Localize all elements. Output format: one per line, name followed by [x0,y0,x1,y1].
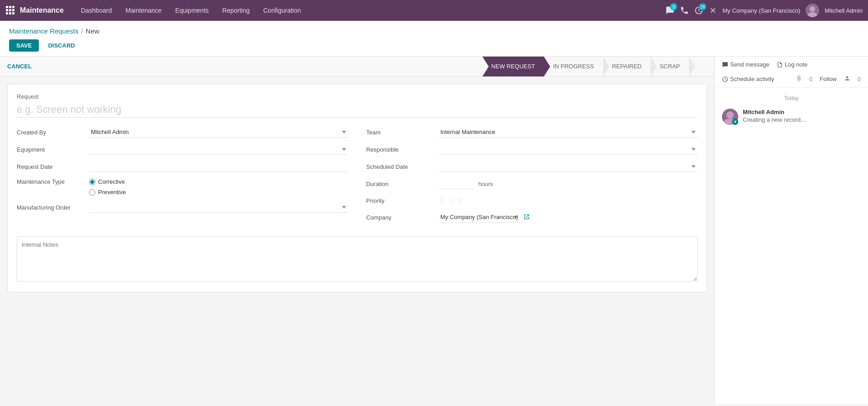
send-message-button[interactable]: Send message [722,61,769,68]
equipment-label: Equipment [17,146,89,153]
user-avatar[interactable] [806,4,819,17]
svg-point-10 [807,12,817,17]
message-content: Mitchell Admin Creating a new record... [743,109,861,125]
notes-area [17,236,698,283]
company-group: Company My Company (San Francisco) [366,212,698,223]
status-bar: CANCEL NEW REQUEST IN PROGRESS REPAIRED … [0,57,714,76]
duration-group: Duration 00:00 hours [366,178,698,189]
team-label: Team [366,129,439,136]
svg-rect-1 [9,6,11,8]
company-select[interactable]: My Company (San Francisco) [439,212,520,223]
app-title: Maintenance [20,6,64,14]
priority-group: Priority ☆ ☆ ☆ [366,196,698,205]
svg-rect-7 [9,12,11,14]
created-by-group: Created By Mitchell Admin [17,127,348,138]
svg-point-11 [726,111,734,119]
scheduled-date-select[interactable] [439,161,698,172]
chatter-body: Today Mitchell Admin Creating a new reco… [715,88,868,404]
request-date-group: Request Date 12/20/2021 [17,161,348,172]
hours-label: hours [478,181,493,187]
external-link-icon[interactable] [524,214,530,221]
duration-field: 00:00 hours [439,178,493,189]
save-button[interactable]: SAVE [9,39,39,52]
follower-count: 0 [858,76,861,82]
svg-rect-6 [6,12,8,14]
created-by-label: Created By [17,129,89,136]
chatter-actions: Send message Log note Schedule activity … [715,57,868,88]
messages-badge[interactable]: 9 [665,6,675,15]
internal-notes-textarea[interactable] [17,236,698,282]
maintenance-type-group: Maintenance Type Corrective Preventive [17,178,348,196]
priority-label: Priority [366,197,439,204]
message-text: Creating a new record... [743,116,861,123]
created-by-select[interactable]: Mitchell Admin [89,127,348,138]
grid-icon[interactable] [5,5,14,16]
responsible-group: Responsible [366,144,698,155]
breadcrumb: Maintenance Requests / New [9,27,859,35]
schedule-activity-button[interactable]: Schedule activity [722,76,774,82]
step-repaired[interactable]: REPAIRED [603,57,651,76]
manufacturing-order-select[interactable] [89,202,348,213]
top-nav: Maintenance Dashboard Maintenance Equipm… [0,0,868,21]
message-type-icon [732,119,738,125]
clock-count: 26 [699,3,706,10]
priority-stars: ☆ ☆ ☆ [439,196,464,205]
corrective-label: Corrective [98,178,125,185]
company-label: Company [366,214,439,221]
svg-rect-0 [6,6,8,8]
form-card: Request Created By Mitchell Admin Equipm… [7,84,707,292]
request-date-input[interactable]: 12/20/2021 [89,161,348,172]
breadcrumb-current: New [86,27,99,35]
maintenance-type-options: Corrective Preventive [89,178,126,196]
priority-star-1[interactable]: ☆ [439,196,446,205]
form-left: Created By Mitchell Admin Equipment [17,127,348,229]
nav-reporting[interactable]: Reporting [216,4,256,17]
chatter-message: Mitchell Admin Creating a new record... [722,109,861,125]
manufacturing-order-label: Manufacturing Order [17,204,89,211]
nav-right: 9 26 My Company (San Francisco) Mitchell… [665,4,863,17]
phone-icon[interactable] [680,6,689,15]
duration-input[interactable]: 00:00 [439,178,475,189]
nav-equipments[interactable]: Equipments [169,4,215,17]
nav-maintenance[interactable]: Maintenance [119,4,168,17]
status-steps: NEW REQUEST IN PROGRESS REPAIRED SCRAP [482,57,707,76]
date-divider: Today [722,95,861,101]
team-select[interactable]: Internal Maintenance [439,127,698,138]
discard-button[interactable]: DISCARD [42,39,80,52]
equipment-group: Equipment [17,144,348,155]
nav-configuration[interactable]: Configuration [257,4,307,17]
nav-dashboard[interactable]: Dashboard [75,4,118,17]
manufacturing-order-group: Manufacturing Order [17,202,348,213]
svg-rect-3 [6,9,8,11]
svg-rect-8 [12,12,14,14]
preventive-label: Preventive [98,189,126,196]
form-area: CANCEL NEW REQUEST IN PROGRESS REPAIRED … [0,57,714,404]
step-in-progress[interactable]: IN PROGRESS [544,57,603,76]
preventive-option[interactable]: Preventive [89,189,126,196]
cancel-button[interactable]: CANCEL [7,63,32,70]
attachment-icon[interactable] [796,75,802,83]
page-header: Maintenance Requests / New SAVE DISCARD [0,21,868,57]
preventive-radio[interactable] [89,189,95,196]
responsible-select[interactable] [439,144,698,155]
priority-star-2[interactable]: ☆ [448,196,455,205]
priority-star-3[interactable]: ☆ [457,196,464,205]
team-group: Team Internal Maintenance [366,127,698,138]
svg-rect-2 [12,6,14,8]
breadcrumb-link[interactable]: Maintenance Requests [9,27,78,35]
svg-rect-4 [9,9,11,11]
close-icon[interactable] [709,6,717,14]
corrective-option[interactable]: Corrective [89,178,126,185]
equipment-select[interactable] [89,144,348,155]
request-label: Request [17,93,698,100]
corrective-radio[interactable] [89,179,95,185]
scheduled-date-label: Scheduled Date [366,163,439,170]
clock-badge[interactable]: 26 [694,6,703,15]
attachment-count: 0 [809,76,812,82]
request-input[interactable] [17,102,698,118]
page-actions: SAVE DISCARD [9,39,859,56]
step-new-request[interactable]: NEW REQUEST [482,57,544,76]
responsible-label: Responsible [366,146,439,153]
follow-button[interactable]: Follow [820,76,837,82]
log-note-button[interactable]: Log note [777,61,808,68]
